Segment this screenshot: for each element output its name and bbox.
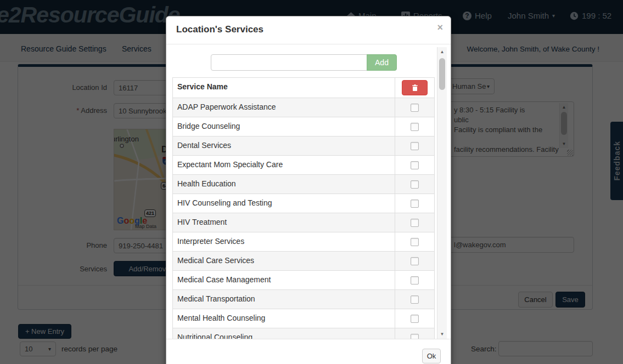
service-name-header: Service Name xyxy=(173,78,395,98)
service-name: Mental Health Counseling xyxy=(173,309,395,328)
service-checkbox[interactable] xyxy=(411,123,419,131)
service-checkbox[interactable] xyxy=(411,161,419,169)
service-checkbox-cell xyxy=(395,156,434,174)
service-checkbox-cell xyxy=(395,117,434,136)
service-checkbox[interactable] xyxy=(411,334,419,339)
service-name: Expectant Mom Specialty Care xyxy=(173,156,395,174)
service-row: HIV Treatment xyxy=(173,213,434,232)
service-checkbox-cell xyxy=(395,175,434,194)
modal-scroll-thumb[interactable] xyxy=(439,58,445,90)
service-name: Health Education xyxy=(173,175,395,194)
service-checkbox-cell xyxy=(395,136,434,155)
service-checkbox-cell xyxy=(395,213,434,232)
service-checkbox-cell xyxy=(395,328,434,339)
service-checkbox[interactable] xyxy=(411,142,419,150)
service-checkbox[interactable] xyxy=(411,257,419,265)
service-checkbox[interactable] xyxy=(411,315,419,323)
service-name: Medical Transportation xyxy=(173,290,395,309)
new-service-input[interactable] xyxy=(211,54,367,71)
service-row: ADAP Paperwork Assistance xyxy=(173,98,434,117)
service-row: Nutritional Counseling xyxy=(173,328,434,339)
service-row: Health Education xyxy=(173,174,434,194)
services-table-header-row: Service Name xyxy=(173,78,434,98)
service-checkbox[interactable] xyxy=(411,219,419,227)
service-name: Bridge Counseling xyxy=(173,117,395,136)
ok-button[interactable]: Ok xyxy=(422,349,441,363)
service-name: Dental Services xyxy=(173,136,395,155)
service-row: Medical Care Services xyxy=(173,251,434,270)
service-checkbox[interactable] xyxy=(411,238,419,246)
service-row: Mental Health Counseling xyxy=(173,309,434,328)
scroll-up-icon[interactable]: ▲ xyxy=(437,47,447,56)
modal-footer xyxy=(166,339,451,364)
service-checkbox-cell xyxy=(395,232,434,251)
service-row: Dental Services xyxy=(173,136,434,155)
scroll-down-icon[interactable]: ▼ xyxy=(437,329,447,339)
close-icon[interactable]: × xyxy=(437,22,443,33)
service-checkbox-cell xyxy=(395,194,434,213)
services-table: Service Name ADAP Paperwork Assistance xyxy=(172,77,435,339)
service-row: HIV Counseling and Testing xyxy=(173,194,434,213)
service-row: Interpreter Services xyxy=(173,232,434,251)
trash-icon xyxy=(412,84,418,92)
locations-services-modal: Location's Services × Add Service Name xyxy=(166,16,451,364)
modal-title: Location's Services xyxy=(176,24,263,35)
modal-scroll-area: Add Service Name xyxy=(172,47,446,339)
delete-services-button[interactable] xyxy=(402,80,428,95)
service-checkbox-cell xyxy=(395,309,434,328)
service-row: Medical Transportation xyxy=(173,289,434,309)
service-name: HIV Counseling and Testing xyxy=(173,194,395,213)
modal-scrollbar: ▲ ▼ xyxy=(437,47,447,339)
service-checkbox-cell xyxy=(395,290,434,309)
modal-header: Location's Services × xyxy=(166,16,451,44)
service-checkbox[interactable] xyxy=(411,180,419,189)
service-name: ADAP Paperwork Assistance xyxy=(173,98,395,117)
delete-column-header xyxy=(395,78,434,98)
service-checkbox[interactable] xyxy=(411,104,419,112)
add-service-button[interactable]: Add xyxy=(367,54,397,71)
service-row: Bridge Counseling xyxy=(173,117,434,136)
service-name: Medical Case Management xyxy=(173,271,395,289)
service-checkbox-cell xyxy=(395,271,434,289)
service-name: Interpreter Services xyxy=(173,232,395,251)
service-name: HIV Treatment xyxy=(173,213,395,232)
service-name: Medical Care Services xyxy=(173,252,395,270)
service-checkbox[interactable] xyxy=(411,295,419,304)
service-checkbox-cell xyxy=(395,98,434,117)
services-table-body: ADAP Paperwork Assistance Bridge Counsel… xyxy=(173,98,434,339)
service-checkbox[interactable] xyxy=(411,276,419,285)
service-row: Expectant Mom Specialty Care xyxy=(173,155,434,174)
service-name: Nutritional Counseling xyxy=(173,328,395,339)
service-checkbox-cell xyxy=(395,252,434,270)
page: e2ResourceGuide Main Reports ? Help John… xyxy=(0,0,623,364)
service-row: Medical Case Management xyxy=(173,270,434,289)
service-checkbox[interactable] xyxy=(411,200,419,208)
